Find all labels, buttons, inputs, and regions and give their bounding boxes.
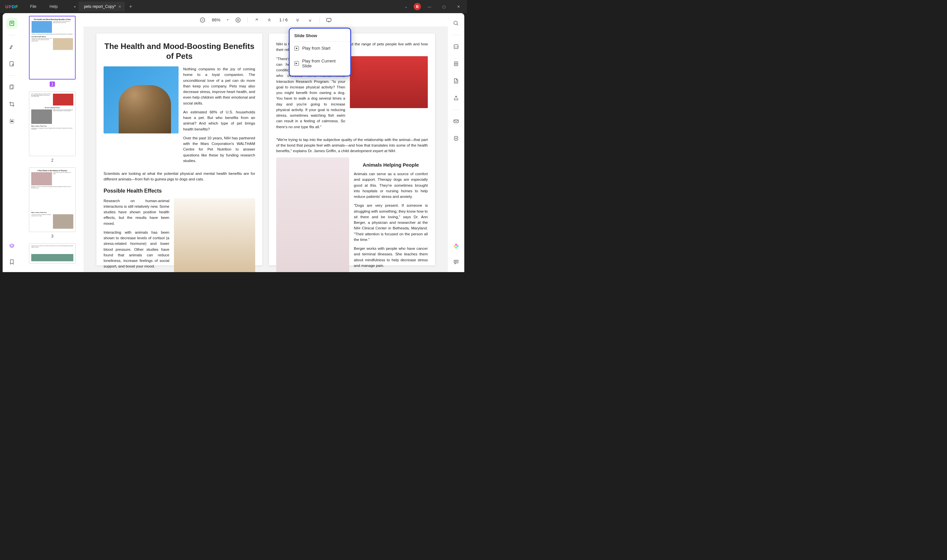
bookmark-icon[interactable] [6, 256, 17, 268]
template-icon[interactable] [451, 58, 462, 69]
svg-text:OCR: OCR [455, 46, 459, 48]
export-icon[interactable] [451, 92, 462, 103]
page-title: The Health and Mood-Boosting Benefits of… [103, 42, 255, 61]
zoom-value: 86% [210, 17, 222, 22]
redact-tool[interactable] [6, 116, 17, 127]
crop-tool[interactable] [6, 98, 17, 110]
add-tab-button[interactable]: + [125, 4, 137, 9]
slideshow-button[interactable] [323, 15, 334, 25]
reader-tool[interactable] [6, 18, 17, 29]
thumb-title: A Key Phase in the History of Tourism [31, 169, 73, 172]
toolbar-separator [319, 17, 320, 23]
thumb-number-2: 2 [26, 158, 79, 163]
close-window-button[interactable]: ✕ [453, 2, 464, 11]
page-indicator: 1 / 6 [277, 17, 290, 22]
search-icon[interactable] [451, 18, 462, 29]
tool-separator [453, 109, 459, 110]
page-organize-tool[interactable] [6, 82, 17, 93]
svg-point-24 [456, 63, 457, 65]
layers-icon[interactable] [6, 240, 17, 252]
first-page-button[interactable] [251, 15, 262, 25]
prev-page-button[interactable] [264, 15, 274, 25]
ai-flower-icon[interactable] [451, 240, 462, 252]
popover-title: Slide Show [290, 32, 350, 42]
menu-file[interactable]: File [23, 4, 43, 9]
slideshow-popover: Slide Show ▶ Play from Start ▶ Play from… [289, 28, 351, 77]
thumbnail-4[interactable]: National Park is a treasure in the middl… [29, 243, 75, 263]
svg-rect-16 [326, 18, 331, 21]
ocr-icon[interactable]: OCR [451, 41, 462, 52]
minimize-button[interactable]: — [423, 2, 435, 11]
play-from-current[interactable]: ▶ Play from Current Slide [290, 55, 350, 72]
grey-cat-image [276, 157, 349, 272]
tab-label: pets report_Copy* [84, 4, 116, 9]
svg-rect-23 [454, 62, 458, 66]
avatar[interactable]: B [414, 3, 421, 10]
page-1: The Health and Mood-Boosting Benefits of… [96, 34, 262, 266]
app-logo: UPDF [0, 4, 23, 9]
zoom-in-button[interactable] [233, 15, 243, 25]
thumb-number-3: 3 [26, 234, 79, 238]
svg-point-33 [456, 246, 457, 247]
play-icon: ▶ [294, 61, 299, 66]
holiday-dogs-image [350, 56, 428, 108]
dogs-image [174, 198, 255, 272]
section-heading: Possible Health Effects [103, 187, 255, 195]
prev-tab-chevron[interactable]: ▾ [71, 5, 79, 9]
thumb-title: The Health and Mood-Boosting Benefits of… [32, 18, 73, 20]
svg-point-28 [456, 138, 457, 139]
save-as-icon[interactable] [451, 75, 462, 86]
tool-separator [453, 35, 459, 35]
current-page: 1 [279, 17, 282, 22]
zoom-out-button[interactable] [197, 15, 208, 25]
left-tool-rail [3, 13, 21, 272]
play-from-start[interactable]: ▶ Play from Start [290, 42, 350, 55]
section-heading: Animals Helping People [354, 162, 428, 169]
thumbnail-2[interactable]: NIH is funding large scale surveys to fi… [29, 91, 75, 156]
thumb-number-1: 1 [50, 82, 55, 87]
tool-separator [9, 35, 15, 35]
thumbnail-3[interactable]: A Key Phase in the History of Tourism Th… [29, 167, 75, 232]
toolbar-separator [247, 17, 248, 23]
titlebar-dropdown-icon[interactable]: ⌄ [401, 2, 411, 11]
play-icon: ▶ [294, 46, 299, 51]
thumbnail-panel: The Health and Mood-Boosting Benefits of… [21, 13, 83, 272]
next-page-button[interactable] [292, 15, 303, 25]
top-toolbar: 86% ▼ 1 / 6 [83, 13, 448, 27]
svg-rect-27 [454, 136, 458, 140]
cat-image [103, 66, 179, 134]
svg-point-19 [454, 21, 457, 25]
right-tool-rail: OCR [448, 13, 464, 272]
total-pages: 6 [285, 17, 287, 22]
comment-icon[interactable] [451, 256, 462, 268]
print-icon[interactable] [451, 133, 462, 144]
mail-icon[interactable] [451, 116, 462, 127]
edit-text-tool[interactable] [6, 58, 17, 69]
svg-rect-8 [11, 121, 13, 122]
tab-pets-report[interactable]: pets report_Copy* × [79, 2, 125, 11]
close-tab-icon[interactable]: × [119, 4, 121, 9]
maximize-button[interactable]: ▢ [438, 2, 450, 11]
document-viewer: 86% ▼ 1 / 6 [83, 13, 448, 272]
thumbnail-1[interactable]: The Health and Mood-Boosting Benefits of… [29, 16, 75, 80]
zoom-dropdown-icon[interactable]: ▼ [224, 18, 231, 22]
tool-separator [9, 75, 15, 75]
svg-line-20 [457, 24, 458, 25]
menu-help[interactable]: Help [43, 4, 65, 9]
highlight-tool[interactable] [6, 41, 17, 52]
last-page-button[interactable] [305, 15, 315, 25]
